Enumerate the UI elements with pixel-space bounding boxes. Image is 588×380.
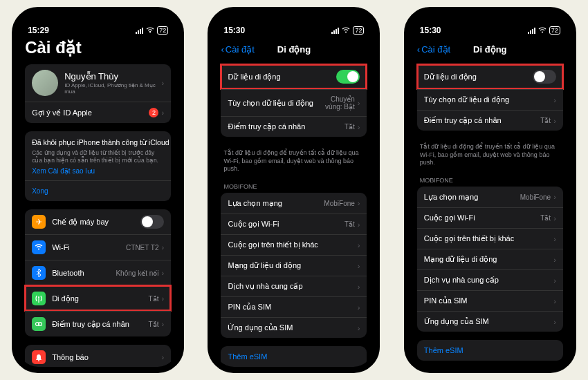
data-network-row[interactable]: Mạng dữ liệu di động› [221,255,367,276]
label: Ứng dụng của SIM [228,323,293,332]
phone-3: 15:30 72 ‹ Cài đặt Di động Dữ liệu di độ… [404,7,576,373]
value: Tắt [344,220,355,228]
sim-apps-row[interactable]: Ứng dụng của SIM› [221,317,367,338]
chevron-icon: › [553,214,556,222]
chevron-icon: › [161,320,164,328]
done-row[interactable]: Xong [25,180,171,201]
cellular-data-toggle[interactable] [336,70,360,84]
bluetooth-row[interactable]: Bluetooth Không kết nối › [25,260,171,285]
profile-group: Nguyễn Thùy ID Apple, iCloud, Phương tiệ… [25,64,171,123]
data-options-row[interactable]: Tùy chọn dữ liệu di động Chuyển vùng: Bậ… [221,89,367,116]
label: Cuộc gọi trên thiết bị khác [228,240,318,249]
restore-group: Đã khôi phục iPhone thành công từ iCloud… [25,131,171,201]
chevron-icon: › [161,269,164,277]
battery-icon: 72 [157,26,168,35]
label: Bluetooth [52,269,84,277]
network-selection-row[interactable]: Lựa chọn mạng MobiFone› [417,187,563,207]
label: Dữ liệu di động [424,73,477,82]
label: Mạng dữ liệu di động [424,255,497,264]
esim-group: Thêm eSIM [221,346,367,367]
apple-id-row[interactable]: Nguyễn Thùy ID Apple, iCloud, Phương tiệ… [25,64,171,102]
carrier-header: MOBIFONE [417,174,563,187]
chevron-icon: › [358,99,360,107]
status-icons: 72 [136,26,168,35]
value: Tắt [149,295,159,303]
back-button[interactable]: ‹ Cài đặt [417,44,450,55]
content-3: Dữ liệu di động Tùy chọn dữ liệu di động… [410,61,570,367]
calls-other-devices-row[interactable]: Cuộc gọi trên thiết bị khác› [417,228,563,249]
chevron-icon: › [358,283,360,291]
back-button[interactable]: ‹ Cài đặt [221,44,254,55]
cellular-data-toggle[interactable] [533,70,556,84]
add-esim-row[interactable]: Thêm eSIM [221,346,367,367]
carrier-header: MOBIFONE [221,180,367,193]
nav-bar: ‹ Cài đặt Di động [214,37,374,61]
carrier-group: Lựa chọn mạng MobiFone› Cuộc gọi Wi-Fi T… [221,193,367,338]
label: Wi-Fi [52,243,70,251]
value: MobiFone [324,200,354,207]
connectivity-group: ✈ Chế độ máy bay Wi-Fi CTNET T2 › [25,209,171,336]
cellular-data-row[interactable]: Dữ liệu di động [417,64,563,89]
cellular-data-row[interactable]: Dữ liệu di động [221,64,367,89]
network-selection-row[interactable]: Lựa chọn mạng MobiFone› [221,193,367,213]
add-esim-row[interactable]: Thêm eSIM [417,340,563,361]
carrier-services-row[interactable]: Dịch vụ nhà cung cấp› [221,276,367,296]
carrier-services-row[interactable]: Dịch vụ nhà cung cấp› [417,269,563,290]
chevron-icon: › [553,235,556,243]
label: Cuộc gọi Wi-Fi [424,213,475,222]
label: PIN của SIM [424,296,468,305]
airplane-row[interactable]: ✈ Chế độ máy bay [25,209,171,234]
label: Lựa chọn mạng [228,199,282,208]
data-options-row[interactable]: Tùy chọn dữ liệu di động › [417,89,563,110]
alerts-group: Thông báo › Âm thanh & Cảm ứng › [25,345,171,367]
chevron-icon: › [358,199,360,207]
svg-point-2 [38,296,39,298]
cellular-row[interactable]: Di động Tắt › [25,285,171,311]
data-network-row[interactable]: Mạng dữ liệu di động› [417,249,563,269]
label: Thông báo [52,353,89,361]
wifi-row[interactable]: Wi-Fi CTNET T2 › [25,234,171,260]
nav-title: Di động [277,44,311,55]
label: Chế độ máy bay [52,218,109,227]
back-label: Cài đặt [226,44,255,55]
status-time: 15:30 [223,26,245,35]
notifications-row[interactable]: Thông báo › [25,345,171,367]
sim-apps-row[interactable]: Ứng dụng của SIM› [417,311,563,332]
sim-pin-row[interactable]: PIN của SIM› [221,296,367,317]
backup-settings-link[interactable]: Xem Cài đặt sao lưu [32,167,95,175]
chevron-icon: › [358,220,360,229]
data-group: Dữ liệu di động Tùy chọn dữ liệu di động… [221,64,367,137]
sim-pin-row[interactable]: PIN của SIM› [417,290,563,311]
done-link[interactable]: Xong [32,187,48,195]
label: Điểm truy cập cá nhân [52,320,129,329]
wifi-calling-row[interactable]: Cuộc gọi Wi-Fi Tắt› [417,207,563,228]
hotspot-row[interactable]: Điểm truy cập cá nhân Tắt › [25,311,171,336]
notification-icon [32,350,46,364]
label: Tùy chọn dữ liệu di động [424,95,509,104]
apple-id-suggestions-row[interactable]: Gợi ý về ID Apple 2 › [25,102,171,123]
badge: 2 [149,108,158,117]
chevron-icon: › [358,123,360,131]
user-name: Nguyễn Thùy [64,71,161,82]
page-title: Cài đặt [25,38,171,57]
chevron-icon: › [161,294,164,303]
chevron-icon: › [553,297,556,305]
status-icons: 72 [528,26,560,35]
content-1: Cài đặt Nguyễn Thùy ID Apple, iCloud, Ph… [18,37,178,367]
wifi-calling-row[interactable]: Cuộc gọi Wi-Fi Tắt› [221,213,367,234]
data-note: Tắt dữ liệu di động để truyền tất cả dữ … [221,145,367,180]
screen-3: 15:30 72 ‹ Cài đặt Di động Dữ liệu di độ… [410,13,570,367]
nav-title: Di động [473,44,506,55]
chevron-icon: › [553,318,556,326]
calls-other-devices-row[interactable]: Cuộc gọi trên thiết bị khác› [221,234,367,255]
chevron-icon: › [553,193,556,201]
label: Dịch vụ nhà cung cấp [424,276,499,285]
status-time: 15:29 [28,26,49,35]
restore-title: Đã khôi phục iPhone thành công từ iCloud [32,138,169,146]
airplane-toggle[interactable] [140,215,164,229]
value: CTNET T2 [126,244,158,251]
hotspot-row[interactable]: Điểm truy cập cá nhân Tắt › [417,110,563,131]
hotspot-row[interactable]: Điểm truy cập cá nhân Tắt › [221,116,367,137]
status-time: 15:30 [420,26,441,35]
value: Tắt [149,321,159,328]
